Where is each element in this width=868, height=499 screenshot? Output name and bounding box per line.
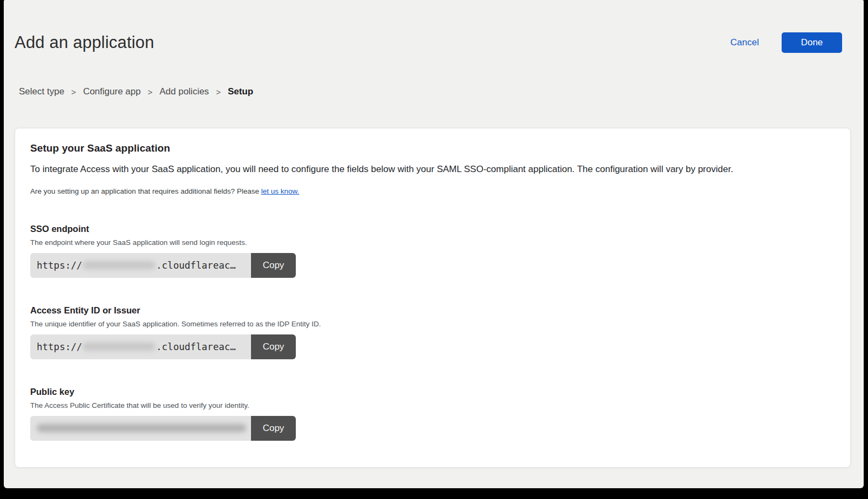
access-entity-id-value[interactable]: https:// .cloudflareac…	[30, 334, 251, 359]
sso-endpoint-section: SSO endpoint The endpoint where your Saa…	[30, 224, 831, 278]
access-entity-id-field-row: https:// .cloudflareac… Copy	[30, 334, 296, 359]
done-button[interactable]: Done	[782, 32, 842, 53]
let-us-know-link[interactable]: let us know.	[261, 187, 300, 195]
access-entity-id-label: Access Entity ID or Issuer	[30, 305, 831, 316]
sso-endpoint-label: SSO endpoint	[30, 224, 831, 234]
cancel-button[interactable]: Cancel	[730, 37, 759, 48]
breadcrumb: Select type > Configure app > Add polici…	[4, 86, 864, 97]
sso-endpoint-copy-button[interactable]: Copy	[251, 253, 296, 278]
access-entity-id-section: Access Entity ID or Issuer The unique id…	[30, 305, 831, 359]
sso-endpoint-field-row: https:// .cloudflareac… Copy	[30, 253, 296, 278]
add-application-page: Add an application Cancel Done Select ty…	[4, 0, 864, 488]
public-key-copy-button[interactable]: Copy	[251, 416, 296, 441]
setup-saas-card: Setup your SaaS application To integrate…	[15, 128, 851, 468]
sso-endpoint-value[interactable]: https:// .cloudflareac…	[30, 253, 251, 278]
access-entity-id-description: The unique identifier of your SaaS appli…	[30, 320, 831, 328]
breadcrumb-step-select-type[interactable]: Select type	[19, 86, 64, 97]
additional-fields-note: Are you setting up an application that r…	[30, 187, 831, 195]
breadcrumb-step-add-policies[interactable]: Add policies	[159, 86, 209, 97]
sso-endpoint-value-suffix: .cloudflareac…	[156, 260, 236, 271]
public-key-description: The Access Public Certificate that will …	[30, 401, 831, 409]
public-key-value[interactable]	[30, 416, 251, 441]
public-key-section: Public key The Access Public Certificate…	[30, 387, 831, 441]
access-entity-id-copy-button[interactable]: Copy	[251, 334, 296, 359]
access-entity-id-value-prefix: https://	[37, 341, 82, 352]
breadcrumb-step-setup-active: Setup	[228, 86, 253, 97]
note-text: Are you setting up an application that r…	[30, 187, 261, 195]
sso-endpoint-value-prefix: https://	[37, 260, 82, 271]
page-header: Add an application Cancel Done	[4, 0, 864, 53]
page-title: Add an application	[15, 33, 154, 52]
screenshot-frame: Add an application Cancel Done Select ty…	[0, 0, 868, 499]
access-entity-id-value-suffix: .cloudflareac…	[156, 341, 236, 352]
card-heading: Setup your SaaS application	[30, 142, 831, 154]
public-key-field-row: Copy	[30, 416, 296, 441]
header-actions: Cancel Done	[730, 32, 842, 53]
redacted-public-key	[37, 424, 246, 432]
redacted-team-name	[83, 261, 155, 269]
breadcrumb-separator: >	[148, 87, 153, 97]
breadcrumb-separator: >	[216, 87, 221, 97]
card-intro-text: To integrate Access with your SaaS appli…	[30, 163, 831, 176]
breadcrumb-separator: >	[71, 87, 76, 97]
breadcrumb-step-configure-app[interactable]: Configure app	[83, 86, 141, 97]
public-key-label: Public key	[30, 387, 831, 397]
redacted-team-name	[83, 343, 155, 351]
sso-endpoint-description: The endpoint where your SaaS application…	[30, 238, 831, 247]
